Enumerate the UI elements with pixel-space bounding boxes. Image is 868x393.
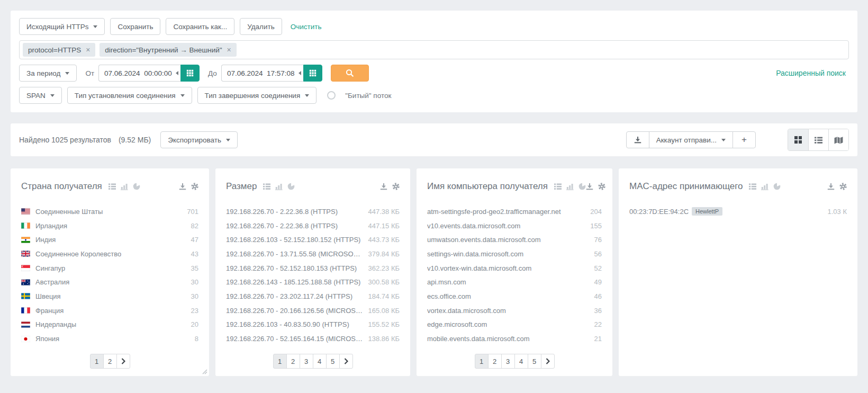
filter-query-input[interactable]: protocol=HTTPS×direction="Внутренний → В… [19, 40, 849, 59]
list-item[interactable]: v10.events.data.microsoft.com 155 [427, 219, 602, 233]
account-column-dropdown[interactable]: Аккаунт отправи... [649, 131, 733, 148]
finish-type-dropdown[interactable]: Тип завершения соединения [197, 87, 317, 104]
list-item[interactable]: 192.168.226.143 - 185.125.188.58 (HTTPS)… [226, 275, 400, 289]
page-button[interactable]: 5 [326, 354, 340, 369]
resize-icon[interactable] [201, 368, 207, 374]
list-item[interactable]: v10.vortex-win.data.microsoft.com 52 [427, 261, 602, 275]
page-button[interactable]: 4 [313, 354, 327, 369]
grid-view-button[interactable] [788, 129, 808, 150]
row-value: 22 [589, 320, 602, 328]
bar-chart-icon[interactable] [566, 183, 574, 190]
list-item[interactable]: api.msn.com 49 [427, 275, 602, 289]
row-label: api.msn.com [427, 278, 466, 286]
pie-chart-icon[interactable] [773, 183, 781, 190]
bar-chart-icon[interactable] [275, 183, 283, 190]
download-results-button[interactable] [626, 131, 649, 148]
filter-tag[interactable]: direction="Внутренний → Внешний"× [100, 43, 236, 57]
filter-tag[interactable]: protocol=HTTPS× [23, 43, 95, 57]
search-button[interactable] [331, 65, 369, 82]
list-item[interactable]: Ирландия 82 [21, 219, 198, 233]
list-item[interactable]: 192.168.226.70 - 20.166.126.56 (MICROSOF… [226, 303, 400, 318]
period-mode-dropdown[interactable]: За период [19, 65, 77, 82]
rows-icon[interactable] [554, 183, 562, 190]
gear-icon[interactable] [191, 183, 198, 190]
list-item[interactable]: 192.168.226.70 - 52.152.180.153 (HTTPS) … [226, 261, 400, 275]
list-item[interactable]: settings-win.data.microsoft.com 56 [427, 247, 602, 261]
download-icon[interactable] [827, 183, 835, 190]
list-item[interactable]: 192.168.226.70 - 2.22.36.8 (HTTPS) 447.3… [226, 204, 400, 219]
gear-icon[interactable] [839, 183, 847, 190]
list-item[interactable]: 192.168.226.103 - 40.83.50.90 (HTTPS) 15… [226, 318, 400, 332]
list-item[interactable]: edge.microsoft.com 22 [427, 318, 602, 332]
list-item[interactable]: Индия 47 [21, 233, 198, 247]
pie-chart-icon[interactable] [287, 183, 295, 190]
list-item[interactable]: umwatson.events.data.microsoft.com 76 [427, 233, 602, 247]
page-button[interactable]: 2 [103, 354, 117, 369]
list-item[interactable]: 192.168.226.70 - 23.202.117.24 (HTTPS) 1… [226, 289, 400, 303]
list-item[interactable]: 192.168.226.103 - 52.152.180.152 (HTTPS)… [226, 233, 400, 247]
caret-down-icon [50, 94, 55, 97]
save-as-button[interactable]: Сохранить как... [166, 18, 234, 35]
advanced-search-link[interactable]: Расширенный поиск [773, 69, 849, 77]
close-icon[interactable]: × [227, 46, 231, 53]
list-item[interactable]: 192.168.226.70 - 13.71.55.58 (MICROSOFT)… [226, 247, 400, 261]
list-item[interactable]: 192.168.226.70 - 2.22.36.8 (HTTPS) 447.1… [226, 219, 400, 233]
list-item[interactable]: Сингапур 35 [21, 261, 198, 275]
close-icon[interactable]: × [86, 46, 90, 53]
rows-icon[interactable] [108, 183, 116, 190]
to-date-input[interactable] [221, 65, 305, 82]
list-item[interactable]: Австралия 30 [21, 275, 198, 289]
gear-icon[interactable] [598, 183, 605, 190]
next-page-button[interactable] [339, 354, 353, 369]
add-widget-button[interactable]: + [733, 131, 756, 148]
page-button[interactable]: 1 [90, 354, 104, 369]
bar-chart-icon[interactable] [121, 183, 128, 190]
list-item[interactable]: 192.168.226.70 - 52.165.164.15 (MICROSOF… [226, 332, 400, 346]
pie-chart-icon[interactable] [578, 183, 586, 190]
broken-stream-radio[interactable] [327, 91, 336, 100]
widget-rows: 00:23:7D:EE:94:2C HewlettP 1.03 К [629, 204, 847, 219]
list-item[interactable]: Соединенные Штаты 701 [21, 204, 198, 219]
from-calendar-button[interactable] [180, 65, 200, 82]
to-calendar-button[interactable] [303, 65, 322, 82]
pie-chart-icon[interactable] [133, 183, 140, 190]
span-dropdown[interactable]: SPAN [19, 87, 62, 104]
list-item[interactable]: Нидерланды 20 [21, 318, 198, 332]
list-item[interactable]: Япония 8 [21, 332, 198, 346]
next-page-button[interactable] [541, 354, 555, 369]
list-item[interactable]: 00:23:7D:EE:94:2C HewlettP 1.03 К [629, 204, 847, 219]
rows-icon[interactable] [263, 183, 270, 190]
list-item[interactable]: Соединенное Королевство 43 [21, 247, 198, 261]
page-button[interactable]: 5 [528, 354, 541, 369]
page-button[interactable]: 3 [501, 354, 515, 369]
clear-button[interactable]: Очистить [287, 23, 325, 31]
rows-icon[interactable] [749, 183, 756, 190]
map-view-button[interactable] [828, 129, 848, 150]
page-button[interactable]: 1 [475, 354, 489, 369]
list-item[interactable]: ecs.office.com 46 [427, 289, 602, 303]
page-button[interactable]: 1 [273, 354, 287, 369]
download-icon[interactable] [586, 183, 593, 190]
download-icon[interactable] [380, 183, 387, 190]
list-item[interactable]: Франция 23 [21, 303, 198, 318]
list-view-button[interactable] [808, 129, 828, 150]
page-button[interactable]: 2 [488, 354, 502, 369]
from-date-input[interactable] [98, 65, 182, 82]
page-button[interactable]: 3 [300, 354, 313, 369]
row-label: 192.168.226.70 - 13.71.55.58 (MICROSOFT) [226, 250, 363, 258]
establish-type-dropdown[interactable]: Тип установления соединения [67, 87, 192, 104]
download-icon[interactable] [179, 183, 186, 190]
list-item[interactable]: vortex.data.microsoft.com 36 [427, 303, 602, 318]
list-item[interactable]: atm-settingsfe-prod-geo2.trafficmanager.… [427, 204, 602, 219]
export-dropdown[interactable]: Экспортировать [160, 131, 238, 148]
gear-icon[interactable] [392, 183, 400, 190]
page-button[interactable]: 4 [514, 354, 528, 369]
list-item[interactable]: mobile.events.data.microsoft.com 21 [427, 332, 602, 346]
list-item[interactable]: Швеция 30 [21, 289, 198, 303]
save-button[interactable]: Сохранить [110, 18, 160, 35]
delete-button[interactable]: Удалить [240, 18, 282, 35]
page-button[interactable]: 2 [286, 354, 300, 369]
saved-filter-dropdown[interactable]: Исходящий HTTPs [19, 18, 105, 35]
bar-chart-icon[interactable] [761, 183, 768, 190]
next-page-button[interactable] [116, 354, 130, 369]
